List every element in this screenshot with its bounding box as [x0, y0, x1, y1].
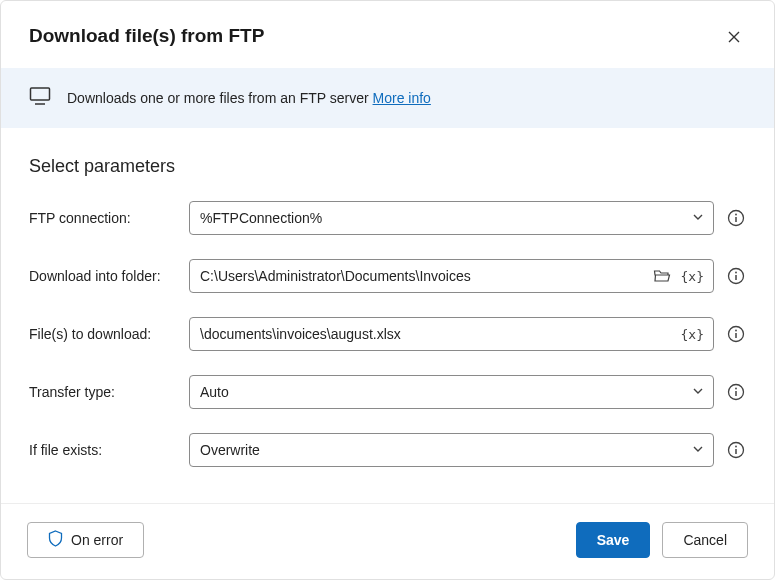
section-title: Select parameters	[29, 156, 746, 177]
dialog-title: Download file(s) from FTP	[29, 25, 264, 47]
ftp-connection-label: FTP connection:	[29, 210, 177, 226]
variable-icon: {x}	[681, 327, 704, 342]
transfer-type-select[interactable]	[189, 375, 714, 409]
svg-point-6	[735, 330, 737, 332]
download-folder-label: Download into folder:	[29, 268, 177, 284]
svg-point-4	[735, 272, 737, 274]
monitor-icon	[29, 86, 51, 110]
variable-button[interactable]: {x}	[679, 325, 706, 344]
variable-button[interactable]: {x}	[679, 267, 706, 286]
close-icon	[726, 29, 742, 45]
download-folder-input[interactable]	[189, 259, 714, 293]
files-to-download-label: File(s) to download:	[29, 326, 177, 342]
transfer-type-label: Transfer type:	[29, 384, 177, 400]
if-exists-select[interactable]	[189, 433, 714, 467]
svg-point-10	[735, 446, 737, 448]
variable-icon: {x}	[681, 269, 704, 284]
files-to-download-input[interactable]	[189, 317, 714, 351]
browse-folder-button[interactable]	[651, 266, 673, 286]
ftp-connection-select[interactable]	[189, 201, 714, 235]
svg-point-8	[735, 388, 737, 390]
svg-rect-0	[31, 88, 50, 100]
on-error-label: On error	[71, 532, 123, 548]
info-banner: Downloads one or more files from an FTP …	[1, 68, 774, 128]
banner-description: Downloads one or more files from an FTP …	[67, 90, 373, 106]
folder-open-icon	[653, 268, 671, 284]
info-icon[interactable]	[726, 324, 746, 344]
info-icon[interactable]	[726, 208, 746, 228]
cancel-button[interactable]: Cancel	[662, 522, 748, 558]
banner-text: Downloads one or more files from an FTP …	[67, 90, 431, 106]
save-button[interactable]: Save	[576, 522, 651, 558]
shield-icon	[48, 530, 63, 550]
svg-point-2	[735, 214, 737, 216]
info-icon[interactable]	[726, 266, 746, 286]
info-icon[interactable]	[726, 382, 746, 402]
info-icon[interactable]	[726, 440, 746, 460]
on-error-button[interactable]: On error	[27, 522, 144, 558]
more-info-link[interactable]: More info	[373, 90, 431, 106]
if-exists-label: If file exists:	[29, 442, 177, 458]
close-button[interactable]	[722, 25, 746, 52]
